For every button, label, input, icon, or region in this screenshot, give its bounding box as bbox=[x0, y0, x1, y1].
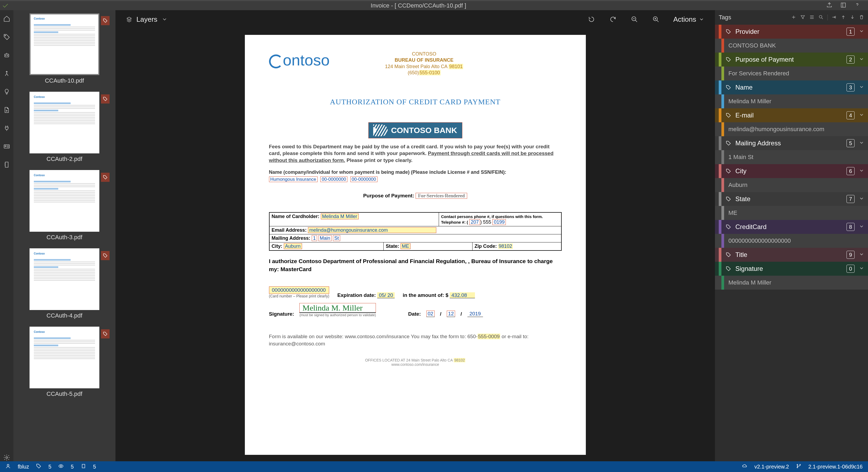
tag-header[interactable]: CreditCard8 bbox=[715, 220, 868, 234]
layers-dropdown[interactable]: Layers bbox=[126, 15, 167, 24]
tag-value[interactable]: Melinda M Miller bbox=[715, 94, 868, 108]
help-icon[interactable] bbox=[854, 2, 861, 9]
chevron-down-icon bbox=[859, 56, 864, 63]
id-card-icon[interactable] bbox=[3, 143, 10, 150]
thumbnail-filename: CCAuth-4.pdf bbox=[46, 312, 82, 319]
up-icon[interactable] bbox=[841, 14, 846, 20]
status-bar: fbluz 5 5 5 v2.1-preview.2 2.1-preview.1… bbox=[0, 461, 868, 472]
chevron-down-icon bbox=[859, 112, 864, 119]
page-icon bbox=[81, 464, 86, 470]
tag-header[interactable]: Mailing Address5 bbox=[715, 136, 868, 150]
merge-icon[interactable] bbox=[3, 70, 10, 77]
rotate-left-icon[interactable] bbox=[587, 15, 595, 23]
panel-icon[interactable] bbox=[840, 2, 846, 9]
thumbnail-column: ContosoCCAuth-10.pdfContosoCCAuth-2.pdfC… bbox=[13, 10, 116, 461]
list-icon[interactable] bbox=[809, 14, 814, 20]
chevron-down-icon bbox=[859, 84, 864, 91]
home-icon[interactable] bbox=[3, 15, 10, 23]
gear-icon[interactable] bbox=[3, 454, 10, 461]
svg-point-7 bbox=[5, 146, 6, 147]
svg-point-17 bbox=[800, 464, 800, 465]
tag-value[interactable]: For Services Rendered bbox=[715, 67, 868, 80]
left-icon-rail bbox=[0, 10, 13, 461]
branch-icon bbox=[796, 464, 801, 470]
center-area: Layers Actions ontoso CONTOSO bbox=[116, 10, 715, 461]
tag-value[interactable]: CONTOSO BANK bbox=[715, 39, 868, 53]
purpose-row: Purpose of Payment: For Services Rendere… bbox=[269, 193, 562, 199]
user-icon bbox=[5, 464, 11, 470]
chevron-down-icon bbox=[859, 28, 864, 35]
trash-icon[interactable] bbox=[859, 14, 864, 20]
zoom-out-icon[interactable] bbox=[630, 15, 639, 23]
tag-header[interactable]: E-mail4 bbox=[715, 108, 868, 122]
tag-header[interactable]: Purpose of Payment2 bbox=[715, 53, 868, 67]
svg-point-5 bbox=[7, 55, 8, 56]
down-icon[interactable] bbox=[850, 14, 855, 20]
file-plus-icon[interactable] bbox=[3, 106, 10, 114]
share-icon[interactable] bbox=[826, 2, 833, 9]
filter-icon[interactable] bbox=[800, 14, 805, 20]
svg-point-2 bbox=[5, 35, 6, 36]
chevron-down-icon bbox=[859, 196, 864, 202]
tag-value[interactable]: Melinda M Miller bbox=[715, 276, 868, 290]
tags-header: Tags bbox=[715, 10, 868, 25]
plug-icon[interactable] bbox=[3, 125, 10, 132]
chevron-down-icon bbox=[859, 266, 864, 272]
thumbnail-tag-icon[interactable] bbox=[101, 173, 110, 182]
signature-row: Signature: Melinda M. Miller(must be sig… bbox=[269, 303, 562, 317]
thumbnail-item[interactable]: ContosoCCAuth-5.pdf bbox=[19, 327, 110, 398]
tag-count-icon bbox=[36, 464, 41, 470]
thumbnail-tag-icon[interactable] bbox=[101, 251, 110, 260]
tag-header[interactable]: Signature0 bbox=[715, 262, 868, 276]
document-icon[interactable] bbox=[3, 161, 10, 168]
tag-value[interactable]: 1 Main St bbox=[715, 150, 868, 164]
svg-point-4 bbox=[6, 55, 6, 56]
bank-logo: CONTOSO BANK bbox=[368, 122, 462, 138]
tag-value[interactable]: 0000000000000000000 bbox=[715, 234, 868, 248]
thumbnail-tag-icon[interactable] bbox=[101, 329, 110, 338]
rotate-right-icon[interactable] bbox=[609, 15, 617, 23]
chevron-down-icon bbox=[859, 224, 864, 230]
chevron-down-icon bbox=[859, 251, 864, 258]
tags-panel: Tags Provider1CONTOSO BANKPurpose of Pay… bbox=[715, 10, 868, 461]
cloud-icon bbox=[742, 464, 747, 470]
thumbnail-item[interactable]: ContosoCCAuth-4.pdf bbox=[19, 248, 110, 319]
thumbnail-item[interactable]: ContosoCCAuth-2.pdf bbox=[19, 92, 110, 163]
tag-icon[interactable] bbox=[3, 33, 10, 41]
tag-header[interactable]: Provider1 bbox=[715, 25, 868, 39]
auth-text: I authorize Contoso Department of Profes… bbox=[269, 257, 562, 273]
thumbnail-item[interactable]: ContosoCCAuth-3.pdf bbox=[19, 170, 110, 241]
search-icon[interactable] bbox=[818, 14, 824, 20]
tag-value[interactable]: ME bbox=[715, 206, 868, 220]
name-label: Name (company/individual for whom paymen… bbox=[269, 169, 562, 175]
enter-icon[interactable] bbox=[832, 14, 837, 20]
titlebar: Invoice - [ CCDemo/CCAuth-10.pdf ] bbox=[0, 0, 868, 10]
thumbnail-tag-icon[interactable] bbox=[101, 94, 110, 103]
svg-rect-0 bbox=[841, 3, 845, 7]
svg-point-15 bbox=[797, 464, 798, 465]
svg-point-16 bbox=[797, 467, 798, 468]
window-title: Invoice - [ CCDemo/CCAuth-10.pdf ] bbox=[11, 2, 826, 9]
tag-header[interactable]: Name3 bbox=[715, 80, 868, 94]
lightbulb-icon[interactable] bbox=[3, 88, 10, 96]
add-tag-icon[interactable] bbox=[791, 14, 796, 20]
tag-value[interactable]: Auburn bbox=[715, 178, 868, 192]
svg-point-13 bbox=[60, 465, 62, 467]
tag-header[interactable]: City6 bbox=[715, 164, 868, 178]
footer-text: Form is available on our website: www.co… bbox=[269, 333, 562, 347]
zoom-in-icon[interactable] bbox=[652, 15, 660, 23]
thumbnail-filename: CCAuth-2.pdf bbox=[46, 156, 82, 163]
actions-dropdown[interactable]: Actions bbox=[673, 15, 704, 24]
thumbnail-item[interactable]: ContosoCCAuth-10.pdf bbox=[19, 13, 110, 84]
cc-row: 0000000000000000000(Card number – Please… bbox=[269, 286, 562, 298]
tag-value[interactable]: melinda@humongousinsurance.com bbox=[715, 122, 868, 136]
chevron-down-icon bbox=[859, 140, 864, 146]
svg-rect-3 bbox=[5, 54, 8, 57]
tag-header[interactable]: State7 bbox=[715, 192, 868, 206]
tag-header[interactable]: Title9 bbox=[715, 248, 868, 262]
robot-icon[interactable] bbox=[3, 52, 10, 59]
eye-icon bbox=[58, 464, 64, 470]
thumbnail-tag-icon[interactable] bbox=[101, 16, 110, 25]
svg-point-8 bbox=[6, 457, 8, 459]
form-table: Name of Cardholder: Melinda M Miller Con… bbox=[269, 212, 562, 251]
